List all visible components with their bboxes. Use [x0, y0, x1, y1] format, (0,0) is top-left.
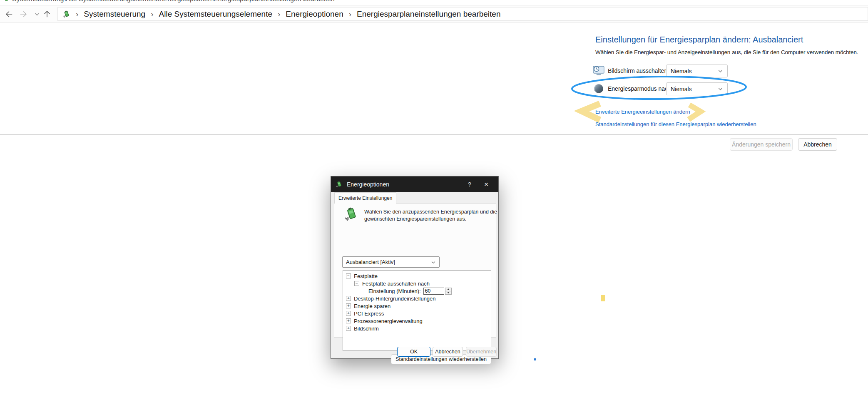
expand-icon[interactable]: + [346, 318, 351, 323]
battery-plug-icon [343, 207, 358, 221]
dialog-intro-text: Wählen Sie den anzupassenden Energiespar… [364, 209, 498, 223]
save-changes-button[interactable]: Änderungen speichern [730, 138, 793, 151]
power-options-icon [336, 181, 343, 188]
navigation-toolbar: › Systemsteuerung › Alle Systemsteuerung… [0, 5, 868, 22]
display-off-select[interactable]: Niemals [666, 65, 728, 77]
close-icon[interactable]: ✕ [480, 181, 492, 188]
tree-item-festplatte[interactable]: − Festplatte [343, 272, 491, 280]
yellow-right-chevron-annotation [689, 105, 701, 119]
blue-dot-annotation [534, 358, 536, 360]
cancel-button[interactable]: Abbrechen [798, 138, 837, 151]
tree-item-desktop-hintergrund[interactable]: + Desktop-Hintergrundeinstellungen [343, 295, 491, 302]
breadcrumb-planeinstellungen[interactable]: Energiesparplaneinstellungen bearbeiten [357, 10, 500, 19]
apply-button[interactable]: Übernehmen [466, 347, 497, 357]
dialog-titlebar[interactable]: Energieoptionen ? ✕ [331, 176, 498, 192]
dialog-tab-panel: Wählen Sie den anzupassenden Energiespar… [334, 203, 496, 338]
tree-item-pci-express[interactable]: + PCI Express [343, 310, 491, 317]
sleep-icon [593, 83, 604, 94]
display-off-row: Bildschirm ausschalten: [593, 65, 669, 76]
chevron-down-icon [431, 260, 436, 265]
collapse-icon[interactable]: − [354, 281, 359, 286]
back-button[interactable] [3, 9, 14, 19]
display-clock-icon [593, 65, 604, 76]
dialog-cancel-button[interactable]: Abbrechen [433, 347, 463, 357]
dialog-title: Energieoptionen [347, 181, 459, 188]
content-divider [0, 134, 868, 135]
chevron-down-icon [718, 86, 723, 92]
tree-item-prozessorenergieverwaltung[interactable]: + Prozessorenergieverwaltung [343, 317, 491, 325]
window-titlebar: Systemsteuerung\Alle Systemsteuerungsele… [0, 0, 868, 5]
back-arrow-icon [4, 10, 13, 19]
ok-button[interactable]: OK [397, 347, 430, 357]
breadcrumb-alle-elemente[interactable]: Alle Systemsteuerungselemente [159, 10, 272, 19]
power-plan-value: Ausbalanciert [Aktiv] [346, 259, 431, 265]
expand-icon[interactable]: + [346, 326, 351, 331]
up-button[interactable] [42, 9, 52, 19]
tree-item-energie-sparen[interactable]: + Energie sparen [343, 302, 491, 310]
recent-pages-dropdown[interactable] [32, 9, 42, 19]
power-plan-select[interactable]: Ausbalanciert [Aktiv] [342, 256, 440, 268]
tab-erweiterte-einstellungen[interactable]: Erweiterte Einstellungen [334, 192, 396, 204]
advanced-settings-tree[interactable]: − Festplatte − Festplatte ausschalten na… [343, 270, 491, 351]
sleep-after-row: Energiesparmodus nach: [593, 83, 673, 94]
display-off-value: Niemals [671, 68, 718, 75]
restore-plan-defaults-link[interactable]: Standardeinstellungen für diesen Energie… [595, 121, 756, 127]
tree-item-einstellung-minuten: Einstellung (Minuten): [343, 287, 491, 295]
chevron-down-icon [718, 68, 723, 74]
collapse-icon[interactable]: − [346, 273, 351, 278]
power-options-app-icon [3, 0, 9, 2]
breadcrumb-separator: › [76, 10, 78, 19]
breadcrumb-separator: › [278, 10, 280, 19]
display-off-label: Bildschirm ausschalten: [608, 67, 669, 74]
minutes-input[interactable] [423, 288, 444, 295]
breadcrumb-energieoptionen[interactable]: Energieoptionen [286, 10, 343, 19]
yellow-dash-annotation [601, 295, 605, 301]
window-title: Systemsteuerung\Alle Systemsteuerungsele… [12, 0, 335, 3]
tree-item-bildschirm[interactable]: + Bildschirm [343, 325, 491, 332]
power-options-dialog: Energieoptionen ? ✕ Erweiterte Einstellu… [331, 176, 499, 359]
breadcrumb-systemsteuerung[interactable]: Systemsteuerung [84, 10, 145, 19]
breadcrumb-separator: › [349, 10, 351, 19]
power-options-icon [62, 10, 70, 18]
forward-button[interactable] [18, 9, 29, 19]
expand-icon[interactable]: + [346, 311, 351, 316]
address-bar[interactable]: › Systemsteuerung › Alle Systemsteuerung… [57, 7, 868, 21]
page-description: Wählen Sie die Energiespar- und Anzeigee… [595, 49, 858, 55]
chevron-down-icon [34, 11, 40, 17]
expand-icon[interactable]: + [346, 303, 351, 308]
sleep-after-select[interactable]: Niemals [666, 82, 728, 95]
stepper-down-icon[interactable] [445, 291, 452, 295]
minutes-stepper[interactable] [445, 288, 452, 295]
stepper-up-icon[interactable] [445, 288, 452, 291]
tree-item-festplatte-ausschalten[interactable]: − Festplatte ausschalten nach [343, 280, 491, 287]
breadcrumb-separator: › [151, 10, 153, 19]
forward-arrow-icon [19, 10, 28, 19]
expand-icon[interactable]: + [346, 296, 351, 301]
advanced-power-settings-link[interactable]: Erweiterte Energieeinstellungen ändern [595, 109, 690, 115]
page-title: Einstellungen für Energiesparplan ändern… [595, 35, 803, 45]
sleep-after-value: Niemals [671, 86, 718, 92]
help-button[interactable]: ? [463, 181, 476, 188]
up-arrow-icon [42, 10, 52, 19]
sleep-after-label: Energiesparmodus nach: [608, 85, 673, 92]
